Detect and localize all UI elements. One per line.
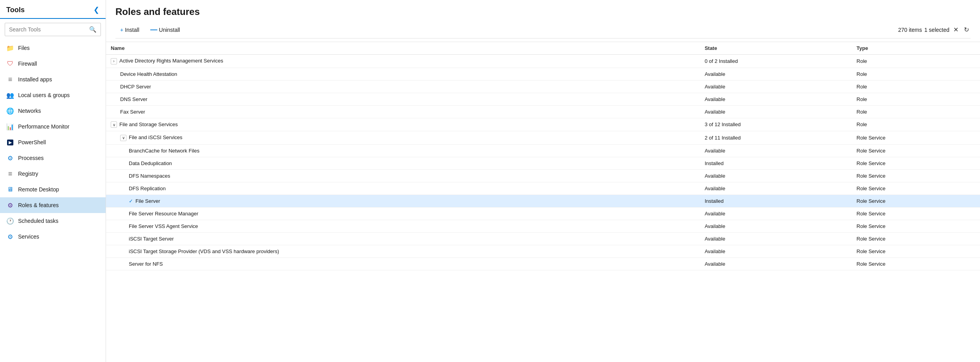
files-icon: 📁 [6,44,14,52]
local-users-icon: 👥 [6,91,14,99]
cell-state: Available [700,232,852,245]
table-row[interactable]: iSCSI Target ServerAvailableRole Service [106,232,980,245]
row-name-text: BranchCache for Network Files [129,148,199,154]
row-name-text: File Server VSS Agent Service [129,223,198,229]
table-row[interactable]: DFS ReplicationAvailableRole Service [106,182,980,195]
cell-state: 3 of 12 Installed [700,118,852,131]
search-container: 🔍 [5,23,101,36]
cell-type: Role Service [852,195,980,207]
cell-state: Available [700,220,852,232]
cell-type: Role Service [852,131,980,145]
processes-icon: ⚙ [6,154,14,162]
cell-name: ∨File and Storage Services [106,118,700,131]
sidebar-item-local-users[interactable]: 👥Local users & groups [0,87,106,103]
search-icon-button[interactable]: 🔍 [85,23,101,36]
cell-state: Available [700,68,852,80]
table-row[interactable]: Data DeduplicationInstalledRole Service [106,157,980,169]
checkmark-icon: ✓ [129,198,133,204]
table-body: ›Active Directory Rights Management Serv… [106,55,980,270]
cell-type: Role Service [852,169,980,182]
sidebar-item-label-networks: Networks [18,108,41,114]
sidebar-item-label-powershell: PowerShell [18,139,46,145]
firewall-icon: 🛡 [6,60,14,68]
refresh-button[interactable]: ↻ [962,25,971,34]
sidebar-item-roles-features[interactable]: ⚙Roles & features [0,197,106,213]
expand-down-icon[interactable]: ∨ [111,121,117,128]
cell-type: Role [852,55,980,68]
sidebar-item-services[interactable]: ⚙Services [0,229,106,244]
cell-type: Role Service [852,232,980,245]
cell-name: Data Deduplication [106,157,700,169]
cell-type: Role Service [852,245,980,257]
page-header: Roles and features + Install — Uninstall… [106,0,980,42]
sidebar-title: Tools [6,6,25,14]
sidebar-item-networks[interactable]: 🌐Networks [0,103,106,119]
count-info: 270 items 1 selected ✕ ↻ [898,25,971,34]
table-container: Name State Type ›Active Directory Rights… [106,42,980,362]
table-row[interactable]: ∨File and Storage Services3 of 12 Instal… [106,118,980,131]
row-name-text: Fax Server [120,109,145,115]
uninstall-button[interactable]: — Uninstall [146,24,185,36]
sidebar-item-scheduled-tasks[interactable]: 🕐Scheduled tasks [0,213,106,229]
sidebar-item-processes[interactable]: ⚙Processes [0,150,106,166]
cell-name: ✓File Server [106,195,700,207]
table-row[interactable]: Fax ServerAvailableRole [106,105,980,118]
cell-type: Role Service [852,220,980,232]
sidebar-item-label-installed-apps: Installed apps [18,76,52,83]
table-row[interactable]: Server for NFSAvailableRole Service [106,257,980,270]
cell-state: 0 of 2 Installed [700,55,852,68]
sidebar-item-registry[interactable]: ≡Registry [0,166,106,182]
row-name-text: File and Storage Services [119,121,178,127]
table-row[interactable]: Device Health AttestationAvailableRole [106,68,980,80]
main-content: Roles and features + Install — Uninstall… [106,0,980,362]
powershell-icon: ▶ [6,138,14,146]
cell-name: ∨File and iSCSI Services [106,131,700,145]
cell-name: DHCP Server [106,80,700,93]
cell-state: Installed [700,195,852,207]
cell-type: Role [852,118,980,131]
roles-features-icon: ⚙ [6,201,14,209]
uninstall-dash-icon: — [150,26,157,34]
table-row[interactable]: File Server Resource ManagerAvailableRol… [106,207,980,220]
table-row[interactable]: File Server VSS Agent ServiceAvailableRo… [106,220,980,232]
table-row[interactable]: DFS NamespacesAvailableRole Service [106,169,980,182]
cell-name: DFS Replication [106,182,700,195]
cell-state: Available [700,207,852,220]
row-name-text: DHCP Server [120,84,151,90]
clear-selection-button[interactable]: ✕ [952,25,960,34]
search-input[interactable] [5,24,85,35]
cell-type: Role Service [852,182,980,195]
cell-type: Role Service [852,257,980,270]
expand-down-icon[interactable]: ∨ [120,135,126,141]
sidebar-item-firewall[interactable]: 🛡Firewall [0,56,106,72]
row-name-text: File Server [135,198,160,204]
install-button[interactable]: + Install [115,25,144,35]
cell-name: DFS Namespaces [106,169,700,182]
expand-right-icon[interactable]: › [111,58,117,64]
cell-state: Available [700,169,852,182]
install-label: Install [125,27,139,33]
sidebar-collapse-button[interactable]: ❮ [93,6,99,14]
row-name-text: Server for NFS [129,261,163,267]
sidebar-item-performance-monitor[interactable]: 📊Performance Monitor [0,119,106,134]
table-row[interactable]: ✓File ServerInstalledRole Service [106,195,980,207]
cell-name: ›Active Directory Rights Management Serv… [106,55,700,68]
table-row[interactable]: iSCSI Target Storage Provider (VDS and V… [106,245,980,257]
uninstall-label: Uninstall [159,27,180,33]
sidebar-item-powershell[interactable]: ▶PowerShell [0,134,106,150]
sidebar-item-remote-desktop[interactable]: 🖥Remote Desktop [0,182,106,197]
row-name-text: iSCSI Target Server [129,236,174,242]
table-row[interactable]: ›Active Directory Rights Management Serv… [106,55,980,68]
sidebar-item-files[interactable]: 📁Files [0,40,106,56]
installed-apps-icon: ≡ [6,75,14,83]
sidebar-item-installed-apps[interactable]: ≡Installed apps [0,72,106,87]
table-row[interactable]: DHCP ServerAvailableRole [106,80,980,93]
cell-state: Available [700,182,852,195]
table-row[interactable]: DNS ServerAvailableRole [106,93,980,105]
sidebar-nav: 📁Files🛡Firewall≡Installed apps👥Local use… [0,40,106,362]
table-row[interactable]: ∨File and iSCSI Services2 of 11 Installe… [106,131,980,145]
cell-name: Server for NFS [106,257,700,270]
cell-state: Installed [700,157,852,169]
item-count: 270 items [898,27,922,33]
table-row[interactable]: BranchCache for Network FilesAvailableRo… [106,144,980,157]
